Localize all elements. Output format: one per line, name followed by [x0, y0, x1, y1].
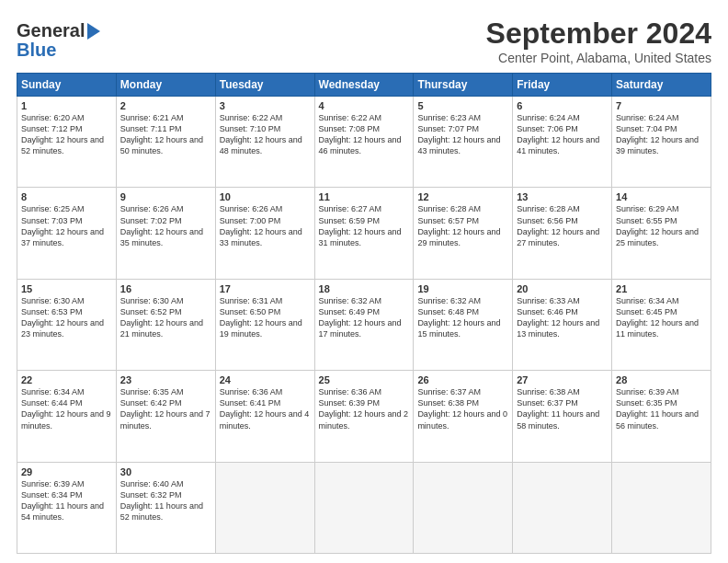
day-number: 18 — [319, 283, 410, 294]
day-number: 6 — [517, 100, 608, 111]
cell-info: Sunrise: 6:32 AMSunset: 6:49 PMDaylight:… — [319, 296, 402, 339]
col-tuesday: Tuesday — [215, 74, 314, 97]
calendar-cell: 15Sunrise: 6:30 AMSunset: 6:53 PMDayligh… — [17, 279, 117, 370]
cell-info: Sunrise: 6:22 AMSunset: 7:08 PMDaylight:… — [319, 113, 402, 155]
cell-info: Sunrise: 6:28 AMSunset: 6:56 PMDaylight:… — [517, 204, 599, 247]
cell-info: Sunrise: 6:36 AMSunset: 6:41 PMDaylight:… — [220, 387, 310, 430]
col-friday: Friday — [513, 74, 612, 97]
cell-info: Sunrise: 6:34 AMSunset: 6:45 PMDaylight:… — [616, 296, 699, 339]
cell-info: Sunrise: 6:32 AMSunset: 6:48 PMDaylight:… — [417, 296, 500, 339]
day-number: 28 — [616, 374, 707, 385]
day-number: 4 — [319, 100, 410, 111]
header: General Blue September 2024 Center Point… — [17, 17, 711, 65]
day-number: 13 — [517, 191, 608, 202]
calendar-week-row: 1Sunrise: 6:20 AMSunset: 7:12 PMDaylight… — [17, 97, 711, 188]
cell-info: Sunrise: 6:26 AMSunset: 7:02 PMDaylight:… — [120, 204, 203, 247]
logo-general: General — [17, 20, 85, 41]
col-monday: Monday — [116, 74, 215, 97]
calendar-cell: 27Sunrise: 6:38 AMSunset: 6:37 PMDayligh… — [513, 371, 612, 462]
calendar-week-row: 29Sunrise: 6:39 AMSunset: 6:34 PMDayligh… — [17, 462, 711, 553]
day-number: 24 — [220, 374, 311, 385]
col-wednesday: Wednesday — [314, 74, 414, 97]
day-number: 5 — [417, 100, 508, 111]
calendar-cell: 24Sunrise: 6:36 AMSunset: 6:41 PMDayligh… — [215, 371, 314, 462]
day-number: 15 — [21, 283, 112, 294]
day-number: 19 — [417, 283, 508, 294]
calendar-cell — [314, 462, 414, 553]
calendar-table: Sunday Monday Tuesday Wednesday Thursday… — [17, 73, 711, 554]
calendar-cell: 23Sunrise: 6:35 AMSunset: 6:42 PMDayligh… — [116, 371, 215, 462]
day-number: 3 — [220, 100, 311, 111]
cell-info: Sunrise: 6:27 AMSunset: 6:59 PMDaylight:… — [319, 204, 402, 247]
cell-info: Sunrise: 6:25 AMSunset: 7:03 PMDaylight:… — [21, 204, 104, 247]
cell-info: Sunrise: 6:38 AMSunset: 6:37 PMDaylight:… — [517, 387, 599, 430]
calendar-cell: 2Sunrise: 6:21 AMSunset: 7:11 PMDaylight… — [116, 97, 215, 188]
calendar-cell: 12Sunrise: 6:28 AMSunset: 6:57 PMDayligh… — [414, 188, 513, 279]
day-number: 23 — [120, 374, 211, 385]
day-number: 11 — [319, 191, 410, 202]
calendar-cell: 28Sunrise: 6:39 AMSunset: 6:35 PMDayligh… — [612, 371, 711, 462]
calendar-cell: 14Sunrise: 6:29 AMSunset: 6:55 PMDayligh… — [612, 188, 711, 279]
calendar-cell: 26Sunrise: 6:37 AMSunset: 6:38 PMDayligh… — [414, 371, 513, 462]
logo: General Blue — [17, 20, 100, 61]
calendar-cell — [612, 462, 711, 553]
col-thursday: Thursday — [414, 74, 513, 97]
day-number: 20 — [517, 283, 608, 294]
calendar-cell: 20Sunrise: 6:33 AMSunset: 6:46 PMDayligh… — [513, 279, 612, 370]
col-saturday: Saturday — [612, 74, 711, 97]
cell-info: Sunrise: 6:30 AMSunset: 6:52 PMDaylight:… — [120, 296, 203, 339]
calendar-cell: 1Sunrise: 6:20 AMSunset: 7:12 PMDaylight… — [17, 97, 117, 188]
day-number: 12 — [417, 191, 508, 202]
calendar-cell: 17Sunrise: 6:31 AMSunset: 6:50 PMDayligh… — [215, 279, 314, 370]
cell-info: Sunrise: 6:22 AMSunset: 7:10 PMDaylight:… — [220, 113, 302, 155]
day-number: 26 — [417, 374, 508, 385]
calendar-cell — [513, 462, 612, 553]
calendar-cell: 10Sunrise: 6:26 AMSunset: 7:00 PMDayligh… — [215, 188, 314, 279]
day-number: 10 — [220, 191, 311, 202]
day-number: 29 — [21, 466, 112, 477]
day-number: 1 — [21, 100, 112, 111]
day-number: 22 — [21, 374, 112, 385]
cell-info: Sunrise: 6:39 AMSunset: 6:34 PMDaylight:… — [21, 479, 104, 522]
day-number: 9 — [120, 191, 211, 202]
day-number: 7 — [616, 100, 707, 111]
day-number: 21 — [616, 283, 707, 294]
cell-info: Sunrise: 6:20 AMSunset: 7:12 PMDaylight:… — [21, 113, 104, 155]
cell-info: Sunrise: 6:29 AMSunset: 6:55 PMDaylight:… — [616, 204, 699, 247]
calendar-cell: 29Sunrise: 6:39 AMSunset: 6:34 PMDayligh… — [17, 462, 117, 553]
cell-info: Sunrise: 6:24 AMSunset: 7:06 PMDaylight:… — [517, 113, 599, 155]
cell-info: Sunrise: 6:39 AMSunset: 6:35 PMDaylight:… — [616, 387, 699, 430]
day-number: 30 — [120, 466, 211, 477]
day-number: 8 — [21, 191, 112, 202]
calendar-cell: 7Sunrise: 6:24 AMSunset: 7:04 PMDaylight… — [612, 97, 711, 188]
cell-info: Sunrise: 6:30 AMSunset: 6:53 PMDaylight:… — [21, 296, 104, 339]
calendar-cell: 9Sunrise: 6:26 AMSunset: 7:02 PMDaylight… — [116, 188, 215, 279]
cell-info: Sunrise: 6:31 AMSunset: 6:50 PMDaylight:… — [220, 296, 302, 339]
calendar-cell — [414, 462, 513, 553]
calendar-cell: 5Sunrise: 6:23 AMSunset: 7:07 PMDaylight… — [414, 97, 513, 188]
calendar-week-row: 15Sunrise: 6:30 AMSunset: 6:53 PMDayligh… — [17, 279, 711, 370]
cell-info: Sunrise: 6:26 AMSunset: 7:00 PMDaylight:… — [220, 204, 302, 247]
cell-info: Sunrise: 6:36 AMSunset: 6:39 PMDaylight:… — [319, 387, 409, 430]
cell-info: Sunrise: 6:37 AMSunset: 6:38 PMDaylight:… — [417, 387, 507, 430]
day-number: 27 — [517, 374, 608, 385]
logo-arrow-icon — [87, 23, 100, 40]
calendar-cell: 19Sunrise: 6:32 AMSunset: 6:48 PMDayligh… — [414, 279, 513, 370]
calendar-cell: 6Sunrise: 6:24 AMSunset: 7:06 PMDaylight… — [513, 97, 612, 188]
calendar-week-row: 22Sunrise: 6:34 AMSunset: 6:44 PMDayligh… — [17, 371, 711, 462]
calendar-cell: 21Sunrise: 6:34 AMSunset: 6:45 PMDayligh… — [612, 279, 711, 370]
title-area: September 2024 Center Point, Alabama, Un… — [486, 17, 711, 65]
calendar-subtitle: Center Point, Alabama, United States — [486, 51, 711, 65]
cell-info: Sunrise: 6:23 AMSunset: 7:07 PMDaylight:… — [417, 113, 500, 155]
day-number: 16 — [120, 283, 211, 294]
calendar-cell: 16Sunrise: 6:30 AMSunset: 6:52 PMDayligh… — [116, 279, 215, 370]
cell-info: Sunrise: 6:34 AMSunset: 6:44 PMDaylight:… — [21, 387, 111, 430]
calendar-title: September 2024 — [486, 17, 711, 51]
day-number: 17 — [220, 283, 311, 294]
calendar-cell: 3Sunrise: 6:22 AMSunset: 7:10 PMDaylight… — [215, 97, 314, 188]
calendar-week-row: 8Sunrise: 6:25 AMSunset: 7:03 PMDaylight… — [17, 188, 711, 279]
calendar-cell — [215, 462, 314, 553]
day-number: 14 — [616, 191, 707, 202]
calendar-cell: 4Sunrise: 6:22 AMSunset: 7:08 PMDaylight… — [314, 97, 414, 188]
page: General Blue September 2024 Center Point… — [0, 0, 728, 563]
